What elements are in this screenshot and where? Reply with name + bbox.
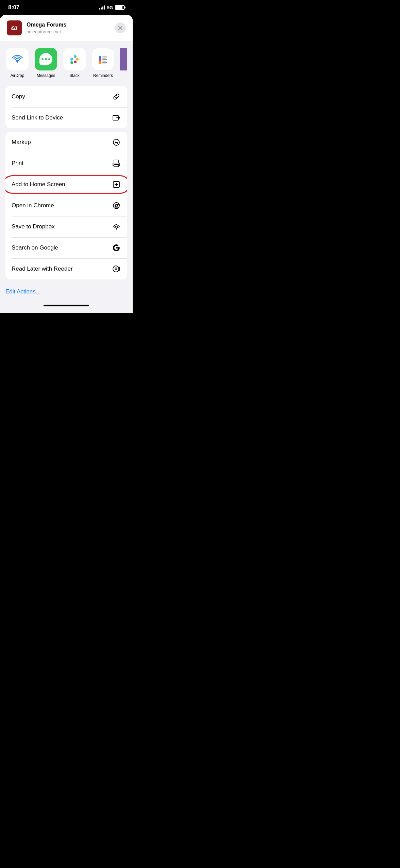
markup-label: Markup xyxy=(12,139,31,146)
messages-label: Messages xyxy=(37,73,55,78)
svg-point-5 xyxy=(99,56,101,59)
save-dropbox-label: Save to Dropbox xyxy=(12,223,55,230)
svg-point-23 xyxy=(115,268,117,270)
reeder-icon xyxy=(112,264,121,274)
svg-rect-3 xyxy=(76,58,79,61)
svg-rect-4 xyxy=(74,61,77,63)
chrome-icon xyxy=(112,201,121,210)
home-bar xyxy=(44,305,89,306)
favicon-logo: ω xyxy=(11,23,17,32)
print-action[interactable]: Print xyxy=(5,153,127,174)
messages-dots xyxy=(41,58,50,60)
svg-rect-2 xyxy=(70,61,73,64)
signal-bars-icon xyxy=(99,5,105,10)
website-title: Omega Forums xyxy=(27,21,110,29)
svg-rect-6 xyxy=(102,57,107,58)
send-link-icon xyxy=(112,113,121,123)
status-icons: 5G xyxy=(99,5,124,10)
svg-point-8 xyxy=(99,59,101,62)
action-card-1: Copy Send Link to Device xyxy=(5,86,127,128)
google-icon xyxy=(112,243,121,253)
markup-icon xyxy=(112,138,121,147)
read-reeder-action[interactable]: Read Later with Reeder xyxy=(5,258,127,279)
app-icon-reminders[interactable]: Reminders xyxy=(91,48,115,78)
svg-rect-13 xyxy=(102,64,106,65)
app-icon-messages[interactable]: Messages xyxy=(34,48,58,78)
svg-rect-1 xyxy=(74,55,77,58)
airdrop-icon-img xyxy=(6,48,29,70)
svg-point-20 xyxy=(113,203,119,209)
copy-label: Copy xyxy=(12,93,25,100)
website-favicon: ω xyxy=(7,20,22,35)
edit-actions-button[interactable]: Edit Actions... xyxy=(5,288,40,295)
search-google-label: Search on Google xyxy=(12,244,58,251)
messages-bubble xyxy=(39,53,52,65)
read-reeder-label: Read Later with Reeder xyxy=(12,266,73,272)
app-icons-section: AirDrop Messages xyxy=(0,41,133,86)
add-home-action[interactable]: Add to Home Screen xyxy=(5,174,127,195)
action-group-2: Markup Print xyxy=(0,132,133,279)
slack-label: Slack xyxy=(69,73,79,78)
copy-action[interactable]: Copy xyxy=(5,86,127,107)
airdrop-label: AirDrop xyxy=(11,73,24,78)
slack-icon-img xyxy=(63,48,86,70)
svg-rect-7 xyxy=(102,58,106,59)
app-icon-more[interactable] xyxy=(120,48,127,78)
action-card-2: Markup Print xyxy=(5,132,127,279)
svg-point-18 xyxy=(118,164,119,164)
open-chrome-action[interactable]: Open in Chrome xyxy=(5,195,127,216)
add-home-label: Add to Home Screen xyxy=(12,181,65,188)
copy-icon xyxy=(112,92,121,101)
app-icon-airdrop[interactable]: AirDrop xyxy=(5,48,29,78)
svg-rect-12 xyxy=(102,62,107,63)
status-bar: 8:07 5G xyxy=(0,0,133,15)
more-app-icon xyxy=(120,48,127,70)
edit-actions-section: Edit Actions... xyxy=(0,283,133,302)
battery-icon xyxy=(115,5,124,10)
markup-action[interactable]: Markup xyxy=(5,132,127,153)
open-chrome-label: Open in Chrome xyxy=(12,202,54,209)
add-home-icon xyxy=(112,180,121,189)
save-dropbox-action[interactable]: Save to Dropbox xyxy=(5,216,127,237)
svg-rect-0 xyxy=(70,58,73,61)
reminders-label: Reminders xyxy=(93,73,113,78)
svg-point-11 xyxy=(99,62,101,64)
svg-rect-16 xyxy=(114,160,119,163)
dropbox-icon xyxy=(112,222,121,231)
send-link-action[interactable]: Send Link to Device xyxy=(5,107,127,128)
action-group-1: Copy Send Link to Device xyxy=(0,86,133,128)
home-indicator xyxy=(0,302,133,313)
print-icon xyxy=(112,159,121,168)
close-button[interactable] xyxy=(115,22,126,33)
svg-rect-10 xyxy=(102,61,106,62)
send-link-label: Send Link to Device xyxy=(12,114,63,121)
network-type: 5G xyxy=(107,5,113,10)
svg-rect-17 xyxy=(114,164,119,167)
website-url: omegaforums.net xyxy=(27,29,110,34)
app-icon-slack[interactable]: Slack xyxy=(63,48,86,78)
svg-rect-9 xyxy=(102,59,107,60)
website-info: Omega Forums omegaforums.net xyxy=(27,21,110,34)
reminders-icon-img xyxy=(92,48,114,70)
website-preview: ω Omega Forums omegaforums.net xyxy=(0,15,133,41)
print-label: Print xyxy=(12,160,23,167)
search-google-action[interactable]: Search on Google xyxy=(5,237,127,258)
app-icons-scroll: AirDrop Messages xyxy=(5,48,127,79)
status-time: 8:07 xyxy=(8,4,19,11)
share-sheet: ω Omega Forums omegaforums.net xyxy=(0,15,133,313)
messages-icon-img xyxy=(35,48,57,70)
